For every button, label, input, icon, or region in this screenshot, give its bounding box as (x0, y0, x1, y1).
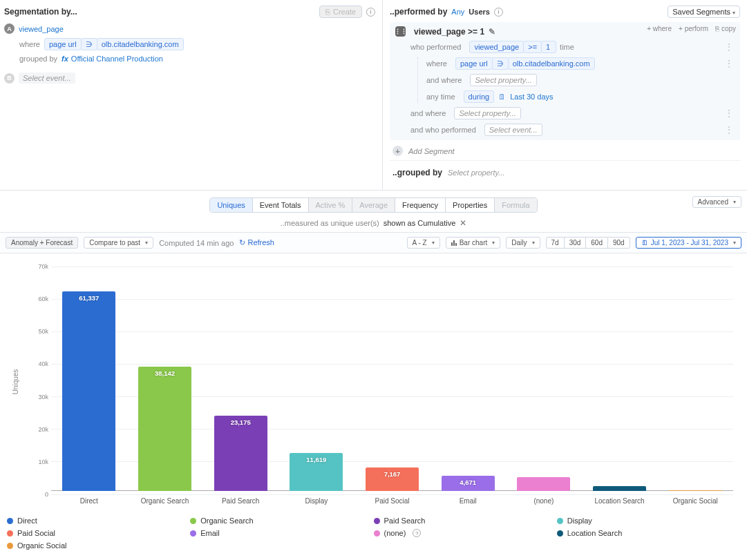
tab-event-totals[interactable]: Event Totals (253, 198, 309, 212)
tab-frequency[interactable]: Frequency (395, 198, 446, 212)
performed-by-panel: ..performed by Any Users i Saved Segment… (383, 0, 747, 190)
nested-where-label: where (426, 59, 447, 68)
sort-dropdown[interactable]: A - Z▾ (407, 237, 440, 249)
create-button[interactable]: ⎘ Create (319, 6, 362, 18)
nested-and-where-label: and where (426, 76, 462, 84)
legend-item[interactable]: Organic Search (190, 514, 373, 527)
range-60d[interactable]: 60d (585, 237, 608, 249)
add-segment-text[interactable]: Add Segment (408, 147, 455, 155)
edit-segment-icon[interactable]: ✎ (489, 27, 495, 37)
clear-measure-icon[interactable]: ✕ (460, 218, 466, 228)
event-a-name[interactable]: viewed_page (19, 25, 64, 33)
range-30d[interactable]: 30d (564, 237, 587, 249)
legend-item[interactable]: Direct (7, 514, 190, 527)
segmentation-title: Segmentation by... (4, 6, 77, 18)
bar--none-[interactable] (517, 477, 570, 491)
fx-icon: fx (62, 55, 68, 63)
advanced-dropdown[interactable]: Advanced▾ (692, 196, 741, 208)
segment-box: ⋮⋮ viewed_page >= 1 ✎ + where + perform … (390, 22, 740, 140)
segmentation-left-panel: Segmentation by... ⎘ Create i A viewed_p… (0, 0, 383, 190)
tab-uniques[interactable]: Uniques (210, 198, 252, 212)
measure-bar: Uniques Event Totals Active % Average Fr… (0, 191, 747, 233)
legend-item[interactable]: Organic Social (7, 539, 190, 552)
computed-time: Computed 14 min ago (159, 239, 234, 247)
copy-action[interactable]: ⎘ copy (715, 25, 736, 32)
bar-chart-icon (451, 240, 457, 246)
row-menu-icon[interactable]: ⋮ (725, 125, 733, 135)
refresh-button[interactable]: ↻ Refresh (239, 238, 274, 247)
x-label: Location Search (582, 497, 658, 505)
x-label: Organic Search (127, 497, 203, 505)
add-where-action[interactable]: + where (647, 25, 672, 32)
compare-to-past-button[interactable]: Compare to past▾ (84, 237, 153, 249)
legend-item[interactable]: Display (557, 514, 740, 527)
bar-paid-social[interactable]: 7,167 (366, 467, 419, 491)
granularity-dropdown[interactable]: Daily▾ (506, 237, 540, 249)
during-chip[interactable]: during (464, 90, 495, 103)
info-icon[interactable]: i (366, 8, 375, 17)
bar-organic-search[interactable]: 38,142 (138, 367, 191, 491)
legend-item[interactable]: Email (190, 527, 373, 539)
segment-title: viewed_page >= 1 (414, 27, 484, 37)
calendar-icon[interactable]: 🗓 (498, 93, 506, 101)
legend-item[interactable]: Paid Social (7, 527, 190, 539)
event-b-select[interactable]: Select event... (19, 73, 75, 84)
legend-item[interactable]: (none)? (374, 527, 557, 539)
x-label: Direct (51, 497, 127, 505)
add-segment-icon[interactable]: + (393, 146, 403, 156)
bar-display[interactable]: 11,619 (290, 453, 343, 491)
y-axis-label: Uniques (12, 369, 19, 395)
anomaly-forecast-button[interactable]: Anomaly + Forecast (6, 237, 78, 249)
grouped-by-label: ..grouped by (393, 166, 442, 179)
x-label: Paid Search (202, 497, 278, 505)
bar-location-search[interactable] (593, 486, 646, 491)
last-30-days[interactable]: Last 30 days (510, 93, 553, 101)
help-icon[interactable]: ? (413, 529, 421, 537)
chart-type-dropdown[interactable]: Bar chart▾ (446, 237, 501, 249)
tab-properties[interactable]: Properties (446, 198, 495, 212)
bar-paid-search[interactable]: 23,175 (214, 416, 267, 491)
date-range-picker[interactable]: 🗓 Jul 1, 2023 - Jul 31, 2023▾ (636, 237, 741, 249)
range-90d[interactable]: 90d (607, 237, 630, 249)
measure-tabs: Uniques Event Totals Active % Average Fr… (209, 197, 537, 213)
tab-average: Average (352, 198, 395, 212)
any-time-label: any time (426, 93, 455, 101)
users-info-icon[interactable]: i (494, 8, 503, 17)
tab-formula: Formula (495, 198, 536, 212)
row-menu-icon[interactable]: ⋮ (725, 42, 733, 52)
range-7d[interactable]: 7d (546, 237, 565, 249)
x-label: (none) (506, 497, 582, 505)
shown-as-text: shown as Cumulative (384, 219, 456, 227)
users-text: Users (469, 8, 490, 16)
select-event-chip[interactable]: Select event... (484, 124, 542, 136)
measured-as-text: ..measured as unique user(s) (281, 219, 379, 227)
x-label: Display (278, 497, 354, 505)
bar-organic-social[interactable] (669, 490, 722, 491)
row-menu-icon[interactable]: ⋮ (725, 108, 733, 118)
x-label: Organic Social (657, 497, 733, 505)
and-who-performed-label: and who performed (410, 126, 476, 134)
bar-direct[interactable]: 61,337 (62, 291, 115, 491)
event-badge-a: A (4, 23, 15, 34)
select-property-chip-2[interactable]: Select property... (454, 107, 520, 119)
any-link[interactable]: Any (451, 8, 464, 16)
range-shortcuts: 7d 30d 60d 90d (546, 237, 630, 249)
saved-segments-dropdown[interactable]: Saved Segments▾ (668, 6, 740, 18)
groupedby-value[interactable]: Official Channel Production (71, 55, 163, 63)
who-performed-chip[interactable]: viewed_page >= 1 (469, 41, 556, 53)
bar-email[interactable]: 4,671 (442, 476, 495, 491)
select-property-chip[interactable]: Select property... (470, 74, 536, 86)
legend-item[interactable]: Location Search (557, 527, 740, 539)
who-unit: time (560, 43, 574, 51)
legend-item[interactable]: Paid Search (374, 514, 557, 527)
add-perform-action[interactable]: + perform (679, 25, 708, 32)
where-label: where (19, 40, 40, 48)
nested-where-chip[interactable]: page url ∋ olb.citadelbanking.com (455, 57, 594, 70)
grouped-by-select[interactable]: Select property... (448, 168, 504, 177)
x-label: Paid Social (354, 497, 431, 505)
row-menu-icon[interactable]: ⋮ (725, 59, 733, 68)
chart-area: Uniques 010k20k30k40k50k60k70k61,33738,1… (0, 253, 747, 510)
tab-active: Active % (309, 198, 353, 212)
where-filter-chip[interactable]: page url ∋ olb.citadelbanking.com (44, 38, 183, 50)
event-badge-b: B (4, 73, 15, 84)
